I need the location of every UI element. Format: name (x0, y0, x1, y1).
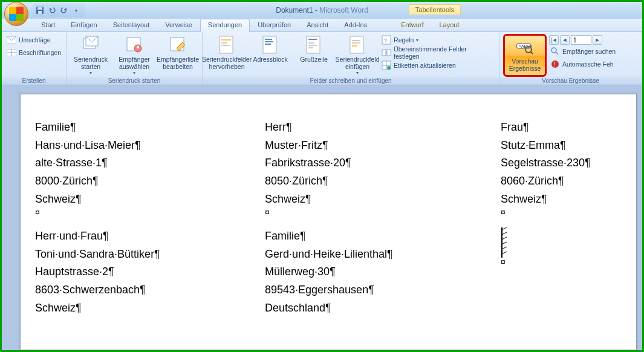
rules-icon: ? (382, 35, 391, 45)
update-labels-icon (382, 60, 391, 70)
svg-line-43 (556, 52, 558, 54)
labels-icon (7, 48, 16, 57)
adressblock-button[interactable]: Adressblock (250, 34, 291, 77)
svg-rect-19 (265, 41, 273, 42)
group-felder: Seriendruckfelder hervorheben Adressbloc… (203, 32, 499, 85)
page[interactable]: Familie¶ Hans·und·Lisa·Meier¶ alte·Stras… (20, 94, 637, 350)
svg-text:!: ! (553, 61, 555, 68)
greeting-line-icon (304, 35, 324, 54)
label-cell: Frau¶ Stutz·Emma¶ Segelstrasse·230¶ 8060… (501, 119, 642, 218)
highlight-fields-icon (217, 35, 236, 54)
label-cell: Herr¶ Muster·Fritz¶ Fabrikstrasse·20¶ 80… (265, 119, 501, 218)
tab-addins[interactable]: Add-Ins (336, 19, 375, 31)
label-cell: Familie¶ Hans·und·Lisa·Meier¶ alte·Stras… (35, 119, 265, 218)
cursor-mark-icon (501, 227, 509, 258)
first-record-button[interactable]: |◄ (549, 35, 559, 45)
etiketten-aktualisieren-button[interactable]: Etiketten aktualisieren (380, 59, 495, 71)
svg-rect-22 (308, 39, 317, 40)
svg-rect-16 (221, 45, 230, 46)
tab-ueberpruefen[interactable]: Überprüfen (250, 19, 299, 31)
label-cell: ¤ (501, 227, 642, 317)
uebereinstimmende-felder-button[interactable]: Übereinstimmende Felder festlegen (380, 47, 495, 59)
svg-line-49 (502, 237, 507, 240)
felder-hervorheben-button[interactable]: Seriendruckfelder hervorheben (206, 34, 247, 77)
recipients-edit-icon (168, 35, 187, 54)
svg-text:?: ? (384, 37, 387, 44)
beschriftungen-button[interactable]: Beschriftungen (5, 47, 62, 59)
svg-point-42 (551, 48, 556, 53)
tab-einfuegen[interactable]: Einfügen (63, 19, 105, 31)
match-fields-icon (382, 48, 391, 57)
group-seriendruck-starten: Seriendruck starten Empfänger auswählen … (67, 32, 203, 85)
tab-verweise[interactable]: Verweise (157, 19, 200, 31)
address-block-icon (261, 35, 280, 54)
tab-seitenlayout[interactable]: Seitenlayout (105, 19, 158, 31)
vorschau-ergebnisse-button[interactable]: «ABC» Vorschau Ergebnisse (503, 34, 547, 77)
auto-fehler-button[interactable]: ! Automatische Feh (549, 58, 617, 70)
svg-rect-20 (265, 44, 271, 45)
title-bar: ▾ Dokument1 - Microsoft Word Tabellentoo… (2, 2, 642, 19)
seriendruck-starten-button[interactable]: Seriendruck starten (70, 34, 111, 77)
svg-line-41 (530, 51, 533, 54)
office-button[interactable] (4, 2, 28, 26)
tab-sendungen[interactable]: Sendungen (200, 19, 250, 32)
labels-grid: Familie¶ Hans·und·Lisa·Meier¶ alte·Stras… (35, 119, 622, 327)
document-name: Dokument1 (276, 6, 313, 15)
group-label-seriendruck: Seriendruck starten (67, 77, 202, 85)
svg-line-51 (502, 247, 507, 249)
group-label-vorschau: Vorschau Ergebnisse (499, 77, 642, 85)
group-label-erstellen: Erstellen (2, 77, 66, 85)
next-record-button[interactable]: ► (593, 35, 602, 45)
undo-icon[interactable] (47, 5, 57, 16)
svg-rect-24 (308, 45, 317, 46)
record-number-input[interactable] (571, 35, 591, 45)
prev-record-button[interactable]: ◄ (560, 35, 570, 45)
svg-point-11 (137, 46, 139, 48)
app-name: Microsoft Word (319, 6, 368, 15)
svg-line-50 (502, 242, 507, 244)
ribbon: Umschläge Beschriftungen Erstellen Serie… (2, 32, 642, 85)
group-erstellen: Umschläge Beschriftungen Erstellen (2, 32, 67, 85)
grusszeile-button[interactable]: Grußzeile (293, 34, 334, 77)
preview-results-icon: «ABC» (515, 37, 535, 56)
svg-rect-18 (265, 39, 272, 40)
seriendruckfeld-einfuegen-button[interactable]: Seriendruckfeld einfügen (337, 34, 378, 77)
umschlaege-button[interactable]: Umschläge (5, 34, 62, 46)
svg-point-37 (387, 66, 391, 70)
tab-start[interactable]: Start (33, 19, 63, 31)
svg-line-47 (502, 227, 507, 230)
empfaenger-auswaehlen-button[interactable]: Empfänger auswählen (114, 34, 155, 77)
ribbon-tabs: Start Einfügen Seitenlayout Verweise Sen… (2, 19, 642, 32)
tab-layout[interactable]: Layout (431, 19, 467, 31)
svg-point-44 (551, 60, 559, 68)
insert-field-icon (348, 35, 367, 54)
save-icon[interactable] (34, 5, 45, 16)
svg-rect-14 (221, 39, 231, 41)
empfaenger-suchen-button[interactable]: Empfänger suchen (549, 45, 617, 57)
recipients-select-icon (125, 35, 144, 54)
document-area: Familie¶ Hans·und·Lisa·Meier¶ alte·Stras… (2, 85, 642, 350)
svg-rect-32 (382, 50, 386, 56)
svg-line-48 (502, 232, 507, 235)
tab-ansicht[interactable]: Ansicht (299, 19, 336, 31)
svg-rect-1 (37, 7, 42, 10)
label-cell: Familie¶ Gerd·und·Heike·Lilienthal¶ Müll… (265, 227, 501, 317)
redo-icon[interactable] (59, 5, 70, 16)
svg-rect-27 (352, 40, 360, 41)
envelope-icon (7, 35, 16, 45)
qat-customize-icon[interactable]: ▾ (71, 5, 82, 16)
office-logo-icon (9, 7, 24, 21)
group-label-felder: Felder schreiben und einfügen (203, 77, 499, 85)
find-recipient-icon (550, 47, 560, 56)
svg-rect-23 (308, 42, 314, 44)
mailmerge-start-icon (81, 35, 100, 54)
regeln-button[interactable]: ? Regeln (380, 34, 495, 46)
svg-line-52 (502, 252, 507, 254)
svg-rect-25 (308, 47, 313, 48)
window-title: Dokument1 - Microsoft Word (276, 6, 368, 15)
group-vorschau: «ABC» Vorschau Ergebnisse |◄ ◄ ► Empfäng… (499, 32, 642, 85)
svg-rect-15 (221, 42, 227, 44)
tab-entwurf[interactable]: Entwurf (393, 19, 431, 31)
label-cell: Herr·und·Frau¶ Toni·und·Sandra·Büttiker¶… (35, 227, 265, 317)
empfaengerliste-bearbeiten-button[interactable]: Empfängerliste bearbeiten (157, 34, 198, 77)
